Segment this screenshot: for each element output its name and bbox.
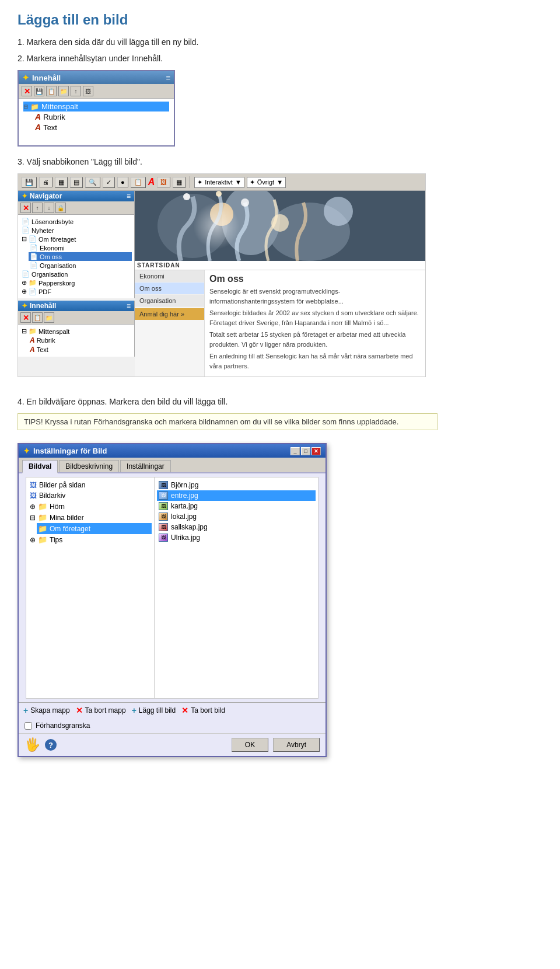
tree-item-text[interactable]: A Text	[35, 122, 169, 133]
delete-image-btn[interactable]: ✕ Ta bort bild	[181, 706, 225, 715]
grid-btn[interactable]: ▦	[55, 177, 68, 188]
tab-bildval[interactable]: Bildval	[22, 460, 58, 473]
clipboard-btn[interactable]: 📋	[131, 177, 146, 188]
file-item-entre[interactable]: 🖼 entre.jpg	[157, 490, 316, 501]
file-item-karta[interactable]: 🖼 karta.jpg	[157, 501, 316, 511]
ovrigt-dropdown[interactable]: ✦ Övrigt ▼	[247, 177, 286, 188]
nav-btn2[interactable]: ↑	[32, 203, 43, 213]
print-btn[interactable]: 🖨	[39, 177, 52, 187]
ok-button[interactable]: OK	[232, 738, 268, 752]
nav-delete-btn[interactable]: ✕	[20, 203, 31, 213]
delete-btn[interactable]: ✕	[22, 86, 32, 96]
site-menu-organisation[interactable]: Organisation	[135, 295, 204, 307]
navigator-title: Navigator	[30, 192, 62, 200]
svg-point-9	[241, 198, 249, 207]
minimize-btn[interactable]: _	[290, 447, 300, 455]
file-item-sallskap[interactable]: 🖼 sallskap.jpg	[157, 522, 316, 532]
interaktivt-dropdown[interactable]: ✦ Interaktivt ▼	[194, 177, 244, 188]
check-btn[interactable]: ✓	[103, 177, 115, 188]
add-image-btn[interactable]: + Lägg till bild	[132, 706, 176, 715]
nav-innehall-rubrik[interactable]: A Rubrik	[29, 336, 132, 345]
nav-innehall-del-btn[interactable]: ✕	[20, 312, 31, 323]
tab-bildbeskrivning[interactable]: Bildbeskrivning	[59, 460, 119, 472]
nav-toolbar: ✕ ↑ ↓ 🔒	[18, 201, 134, 215]
img-toolbar-btn[interactable]: 🖼	[157, 177, 170, 187]
nav-label-omoss: Om oss	[40, 253, 62, 260]
file-item-ulrika[interactable]: 🖼 Ulrika.jpg	[157, 532, 316, 543]
nav-innehall-folder-icon: 📁	[29, 327, 37, 335]
nav-item-pdf[interactable]: ⊕ 📄 PDF	[20, 287, 132, 296]
create-folder-btn[interactable]: + Skapa mapp	[23, 706, 70, 715]
nav-btn4[interactable]: 🔒	[55, 203, 66, 213]
file-tree-mina-bilder[interactable]: ⊟ 📁 Mina bilder	[29, 512, 152, 523]
img-folder-icon-1: 🖼	[30, 481, 37, 489]
dialog-title: Inställningar för Bild	[33, 447, 107, 455]
cancel-button[interactable]: Avbryt	[273, 738, 320, 752]
file-tree-omforetaget[interactable]: 📁 Om företaget	[37, 523, 152, 534]
nav-innehall-text[interactable]: A Text	[29, 345, 132, 354]
save-toolbar-btn[interactable]: 💾	[22, 177, 37, 188]
table-btn[interactable]: ▦	[173, 177, 186, 188]
nav-innehall-btn3[interactable]: 📁	[44, 312, 54, 323]
img-btn[interactable]: 🖼	[83, 86, 93, 96]
nav-item-ekonomi[interactable]: 📄 Ekonomi	[29, 243, 132, 252]
dialog-star-icon: ✦	[23, 447, 30, 455]
grid2-btn[interactable]: ▤	[70, 177, 83, 188]
nav-item-nyheter[interactable]: 📄 Nyheter	[20, 226, 132, 235]
nav-item-organisation[interactable]: 📄 Organisation	[29, 261, 132, 270]
help-icon[interactable]: ?	[45, 739, 57, 751]
innehall-panel-screenshot: ✦ Innehåll ≡ ✕ 💾 📋 📁 ↑ 🖼 ⊟ 📁 Mittenspalt…	[18, 70, 175, 147]
site-menu-ekonomi[interactable]: Ekonomi	[135, 270, 204, 283]
nav-item-omforetaget[interactable]: ⊟ 📄 Om företaget	[20, 235, 132, 243]
delete-folder-btn[interactable]: ✕ Ta bort mapp	[76, 706, 126, 715]
site-main-content: Om oss Senselogic är ett svenskt program…	[205, 270, 425, 377]
nav-innehall-btn2[interactable]: 📋	[32, 312, 43, 323]
checkbox-row: Förhandsgranska	[19, 718, 326, 733]
maximize-btn[interactable]: □	[301, 447, 310, 455]
nav-folder-icon7: 📄	[22, 270, 30, 278]
file-label-sallskap: sallskap.jpg	[171, 523, 208, 531]
file-tree-bilder-pa-sidan[interactable]: 🖼 Bilder på sidan	[29, 480, 152, 490]
file-tree-tips[interactable]: ⊕ 📁 Tips	[29, 534, 152, 545]
expand-icon-mina: ⊟	[30, 514, 36, 522]
nav-innehall-label-rubrik: Rubrik	[37, 337, 55, 344]
copy-btn[interactable]: 📋	[46, 86, 57, 96]
nav-folder-icon6: 📄	[30, 262, 38, 269]
forhandsgranska-label: Förhandsgranska	[36, 721, 90, 730]
tab-installningar[interactable]: Inställningar	[120, 460, 171, 472]
save-btn[interactable]: 💾	[34, 86, 44, 96]
nav-innehall-label-text: Text	[37, 346, 48, 353]
add-image-label: Lägg till bild	[139, 706, 176, 714]
folder-btn[interactable]: 📁	[58, 86, 69, 96]
create-folder-label: Skapa mapp	[30, 706, 69, 714]
nav-btn3[interactable]: ↓	[44, 203, 54, 213]
nav-item-losenord[interactable]: 📄 Lösenordsbyte	[20, 217, 132, 226]
search-btn[interactable]: 🔍	[85, 177, 100, 188]
forhandsgranska-checkbox[interactable]	[24, 722, 32, 730]
nav-item-organisation2[interactable]: 📄 Organisation	[20, 270, 132, 278]
close-btn[interactable]: ✕	[312, 447, 321, 455]
site-startsidan-label: STARTSIDAN	[135, 261, 425, 270]
tree-item-rubrik[interactable]: A Rubrik	[35, 111, 169, 122]
dialog-window-controls: _ □ ✕	[290, 447, 321, 455]
file-tree-horn[interactable]: ⊕ 📁 Hörn	[29, 501, 152, 512]
page-title: Lägga till en bild	[18, 12, 542, 28]
svg-point-6	[324, 197, 353, 226]
innehall-title: Innehåll	[32, 74, 61, 82]
circle-btn[interactable]: ●	[117, 177, 128, 187]
nav-innehall-titlebar: ✦ Innehåll ≡	[18, 301, 134, 311]
nav-label-losenord: Lösenordsbyte	[32, 218, 74, 225]
file-label-lokal: lokal.jpg	[171, 513, 197, 521]
file-tree-bildarkiv[interactable]: 🖼 Bildarkiv	[29, 490, 152, 501]
file-tree-panel: 🖼 Bilder på sidan 🖼 Bildarkiv ⊕ 📁 Hörn	[26, 477, 155, 698]
nav-item-omoss[interactable]: 📄 Om oss	[29, 252, 132, 261]
site-menu-omoss[interactable]: Om oss	[135, 283, 204, 295]
file-item-bjorn[interactable]: 🖼 Björn.jpg	[157, 480, 316, 490]
tree-item-mittenspalt[interactable]: ⊟ 📁 Mittenspalt	[23, 102, 169, 111]
file-item-lokal[interactable]: 🖼 lokal.jpg	[157, 511, 316, 522]
site-menu-cta[interactable]: Anmäl dig här »	[135, 308, 204, 320]
up-btn[interactable]: ↑	[71, 86, 81, 96]
nav-item-papperskorg[interactable]: ⊕ 📁 Papperskorg	[20, 278, 132, 287]
nav-innehall-mittenspalt[interactable]: ⊟ 📁 Mittenspalt	[20, 327, 132, 336]
file-tree-label-omforetaget: Om företaget	[50, 525, 90, 533]
